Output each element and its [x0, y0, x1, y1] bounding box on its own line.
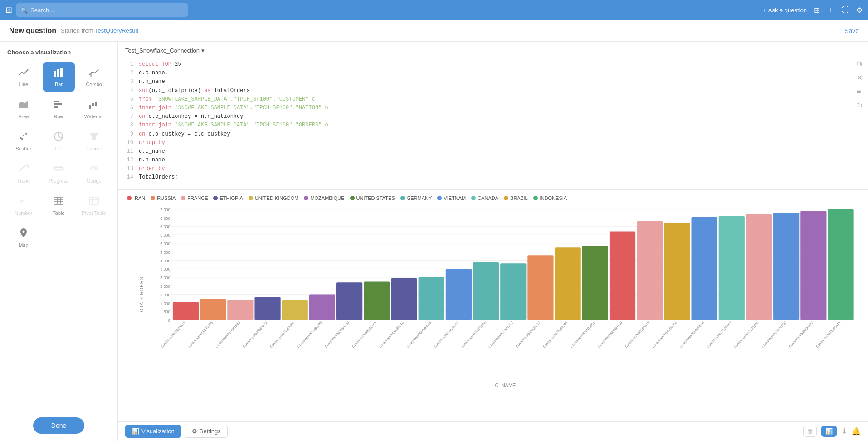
bar[interactable]: [364, 281, 390, 320]
bar[interactable]: [500, 263, 526, 320]
viz-item-map[interactable]: Map: [7, 223, 40, 252]
apps-icon[interactable]: ⊞: [5, 5, 12, 15]
bar-chart-icon: 📊: [132, 428, 139, 435]
refresh-icon[interactable]: ↻: [857, 101, 863, 110]
svg-point-12: [23, 135, 24, 136]
viz-item-table[interactable]: Table: [43, 191, 75, 220]
line-number: 8: [125, 121, 133, 130]
bar[interactable]: [555, 247, 581, 320]
legend-dot: [533, 196, 538, 200]
svg-point-13: [25, 133, 27, 135]
search-bar[interactable]: 🔍: [16, 3, 188, 17]
bar[interactable]: [254, 297, 280, 320]
viz-item-bar[interactable]: Bar: [43, 62, 75, 92]
ask-question-btn[interactable]: + Ask a question: [763, 7, 807, 14]
number-viz-icon: #: [18, 195, 29, 208]
visualization-tab[interactable]: 📊 Visualization: [125, 425, 181, 438]
legend-item-russia: RUSSIA: [151, 195, 176, 201]
svg-text:500: 500: [164, 310, 171, 314]
viz-item-line[interactable]: Line: [7, 62, 40, 92]
svg-text:6,000: 6,000: [160, 224, 170, 229]
viz-item-pie: Pie: [43, 126, 75, 156]
code-editor[interactable]: 1select TOP 252 c.c_name,3 n.n_name,4 su…: [125, 58, 861, 184]
bar[interactable]: [173, 302, 199, 320]
x-label: Customer#013109189: [706, 320, 732, 349]
grid-icon[interactable]: ⊞: [814, 6, 820, 15]
svg-text:4,000: 4,000: [160, 258, 170, 263]
chart-view-btn[interactable]: 📊: [821, 426, 837, 437]
legend-dot: [504, 196, 508, 200]
x-label: Customer#003555446: [324, 320, 350, 349]
bar[interactable]: [419, 277, 444, 320]
legend-label: UNITED STATES: [356, 195, 395, 201]
bar[interactable]: [446, 269, 472, 320]
db-selector[interactable]: Test_Snowflake_Connection ▾: [125, 47, 861, 54]
editor-area: Test_Snowflake_Connection ▾ 1select TOP …: [118, 42, 868, 190]
viz-item-combo[interactable]: Combo: [78, 62, 110, 92]
svg-line-17: [59, 136, 62, 138]
bar[interactable]: [336, 282, 362, 320]
bar[interactable]: [664, 223, 690, 320]
code-text: c.c_name,: [139, 69, 168, 78]
pie-viz-label: Pie: [55, 146, 63, 151]
bar[interactable]: [746, 214, 772, 320]
legend-item-united-states: UNITED STATES: [350, 195, 395, 201]
svg-rect-9: [92, 103, 94, 106]
bar[interactable]: [691, 217, 717, 320]
download-icon[interactable]: ⬇: [841, 427, 847, 436]
bar[interactable]: [473, 262, 499, 320]
x-label: Customer#009325814: [679, 320, 705, 349]
legend-item-canada: CANADA: [471, 195, 498, 201]
x-label: Customer#006957680: [269, 320, 296, 349]
settings-tab[interactable]: ⚙ Settings: [185, 425, 228, 438]
x-label: Customer#000288972: [242, 320, 268, 349]
svg-rect-7: [54, 106, 58, 108]
x-label: Customer#003941312: [488, 320, 514, 349]
bar[interactable]: [610, 231, 635, 320]
db-name: Test_Snowflake_Connection: [125, 47, 200, 54]
viz-item-scatter[interactable]: Scatter: [7, 126, 40, 156]
bar[interactable]: [227, 300, 253, 320]
viz-item-waterfall[interactable]: Waterfall: [78, 94, 110, 124]
bar[interactable]: [800, 211, 826, 320]
bar[interactable]: [200, 299, 226, 320]
copy-icon[interactable]: ⧉: [857, 60, 863, 68]
bar[interactable]: [282, 300, 308, 320]
x-label: Customer#014412437: [433, 320, 459, 349]
code-text: n.n_name,: [139, 78, 168, 86]
done-button[interactable]: Done: [33, 417, 84, 434]
bar[interactable]: [637, 221, 663, 320]
viz-item-funnel: Funnel: [78, 126, 110, 156]
bar[interactable]: [527, 255, 553, 320]
svg-rect-1: [57, 69, 59, 77]
svg-text:#: #: [20, 198, 24, 205]
bar[interactable]: [773, 213, 799, 320]
add-icon[interactable]: ＋: [827, 5, 834, 15]
legend-label: MOZAMBIQUE: [310, 195, 344, 201]
viz-item-area[interactable]: Area: [7, 94, 40, 124]
pie-viz-icon: [53, 131, 64, 144]
bar[interactable]: [391, 278, 417, 320]
row-viz-icon: [53, 99, 64, 112]
bar[interactable]: [828, 209, 853, 320]
nav-right: + Ask a question ⊞ ＋ ⛶ ⚙: [763, 5, 863, 15]
fullscreen-icon[interactable]: ⛶: [842, 6, 849, 14]
bar[interactable]: [719, 216, 745, 320]
chevron-down-icon: ▾: [201, 47, 205, 54]
legend-dot: [151, 196, 155, 200]
waterfall-viz-icon: [88, 99, 99, 112]
bar[interactable]: [309, 294, 335, 320]
save-button[interactable]: Save: [844, 27, 859, 34]
svg-rect-0: [54, 71, 56, 77]
row-viz-label: Row: [54, 114, 63, 119]
viz-item-row[interactable]: Row: [43, 94, 75, 124]
menu-icon[interactable]: ≡: [857, 87, 863, 96]
legend-item-brazil: BRAZIL: [504, 195, 528, 201]
bar[interactable]: [582, 246, 608, 320]
table-view-btn[interactable]: ▦: [803, 426, 817, 437]
cancel-icon[interactable]: ✕: [857, 73, 863, 82]
alert-icon[interactable]: 🔔: [852, 427, 861, 436]
started-from-link[interactable]: TestQueryResult: [95, 27, 138, 34]
search-input[interactable]: [30, 7, 184, 14]
settings-icon[interactable]: ⚙: [856, 6, 863, 15]
